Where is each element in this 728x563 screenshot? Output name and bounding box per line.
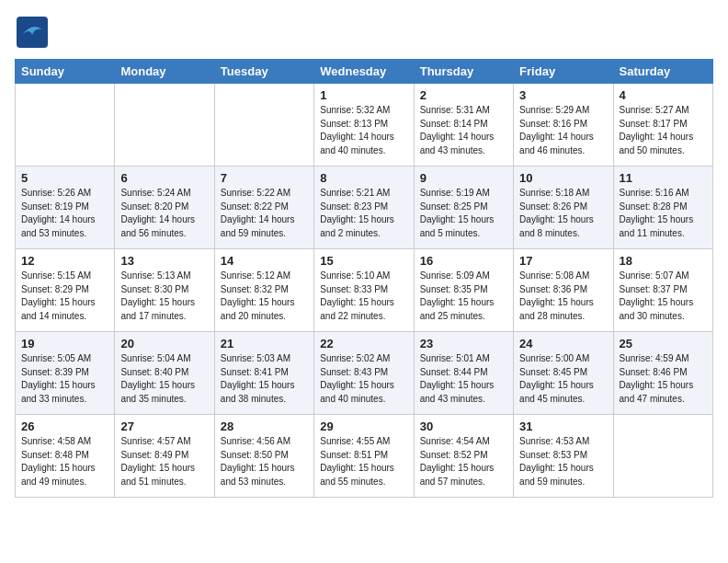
day-info: Sunrise: 4:59 AMSunset: 8:46 PMDaylight:… — [620, 352, 707, 406]
day-cell — [214, 84, 313, 167]
day-info: Sunrise: 4:55 AMSunset: 8:51 PMDaylight:… — [320, 435, 407, 488]
day-number: 29 — [320, 419, 407, 433]
day-info: Sunrise: 5:22 AMSunset: 8:22 PMDaylight:… — [221, 187, 308, 240]
day-number: 10 — [519, 171, 607, 185]
logo-icon — [15, 15, 50, 50]
day-cell — [16, 84, 115, 167]
day-info: Sunrise: 5:04 AMSunset: 8:40 PMDaylight:… — [120, 352, 208, 406]
day-cell: 8Sunrise: 5:21 AMSunset: 8:23 PMDaylight… — [314, 167, 414, 249]
day-cell: 19Sunrise: 5:05 AMSunset: 8:39 PMDayligh… — [16, 332, 115, 415]
day-cell: 25Sunrise: 4:59 AMSunset: 8:46 PMDayligh… — [613, 332, 712, 415]
day-number: 17 — [519, 254, 607, 268]
weekday-header-monday: Monday — [115, 60, 214, 84]
day-cell: 4Sunrise: 5:27 AMSunset: 8:17 PMDaylight… — [613, 84, 712, 167]
day-info: Sunrise: 5:09 AMSunset: 8:35 PMDaylight:… — [420, 270, 507, 323]
day-info: Sunrise: 5:02 AMSunset: 8:43 PMDaylight:… — [320, 352, 407, 406]
day-info: Sunrise: 5:03 AMSunset: 8:41 PMDaylight:… — [221, 352, 308, 406]
day-info: Sunrise: 5:18 AMSunset: 8:26 PMDaylight:… — [519, 187, 607, 240]
day-cell: 3Sunrise: 5:29 AMSunset: 8:16 PMDaylight… — [514, 84, 613, 167]
day-number: 21 — [221, 337, 308, 350]
day-cell: 20Sunrise: 5:04 AMSunset: 8:40 PMDayligh… — [115, 332, 214, 415]
calendar-table: SundayMondayTuesdayWednesdayThursdayFrid… — [15, 59, 713, 498]
day-info: Sunrise: 5:07 AMSunset: 8:37 PMDaylight:… — [620, 270, 707, 323]
day-number: 28 — [221, 419, 308, 433]
day-info: Sunrise: 5:32 AMSunset: 8:13 PMDaylight:… — [320, 104, 407, 157]
day-number: 26 — [21, 419, 108, 433]
day-number: 27 — [120, 419, 208, 433]
day-number: 18 — [620, 254, 707, 268]
weekday-header-wednesday: Wednesday — [314, 60, 414, 84]
logo — [15, 15, 53, 50]
day-cell: 11Sunrise: 5:16 AMSunset: 8:28 PMDayligh… — [613, 167, 712, 249]
day-number: 22 — [320, 337, 407, 350]
day-info: Sunrise: 4:58 AMSunset: 8:48 PMDaylight:… — [21, 435, 108, 488]
day-info: Sunrise: 5:26 AMSunset: 8:19 PMDaylight:… — [21, 187, 108, 240]
day-cell: 24Sunrise: 5:00 AMSunset: 8:45 PMDayligh… — [514, 332, 613, 415]
day-info: Sunrise: 5:16 AMSunset: 8:28 PMDaylight:… — [620, 187, 707, 240]
day-number: 25 — [620, 337, 707, 350]
day-cell: 14Sunrise: 5:12 AMSunset: 8:32 PMDayligh… — [214, 249, 313, 332]
day-info: Sunrise: 4:54 AMSunset: 8:52 PMDaylight:… — [420, 435, 507, 488]
day-cell: 18Sunrise: 5:07 AMSunset: 8:37 PMDayligh… — [613, 249, 712, 332]
weekday-header-row: SundayMondayTuesdayWednesdayThursdayFrid… — [16, 60, 713, 84]
day-cell: 13Sunrise: 5:13 AMSunset: 8:30 PMDayligh… — [115, 249, 214, 332]
weekday-header-thursday: Thursday — [414, 60, 513, 84]
day-number: 16 — [420, 254, 507, 268]
day-cell: 12Sunrise: 5:15 AMSunset: 8:29 PMDayligh… — [16, 249, 115, 332]
day-info: Sunrise: 5:00 AMSunset: 8:45 PMDaylight:… — [519, 352, 607, 406]
day-cell: 7Sunrise: 5:22 AMSunset: 8:22 PMDaylight… — [214, 167, 313, 249]
day-cell: 30Sunrise: 4:54 AMSunset: 8:52 PMDayligh… — [414, 415, 513, 498]
day-cell: 9Sunrise: 5:19 AMSunset: 8:25 PMDaylight… — [414, 167, 513, 249]
day-number: 13 — [120, 254, 208, 268]
day-number: 6 — [120, 171, 208, 185]
day-info: Sunrise: 5:01 AMSunset: 8:44 PMDaylight:… — [420, 352, 507, 406]
day-cell: 31Sunrise: 4:53 AMSunset: 8:53 PMDayligh… — [514, 415, 613, 498]
day-number: 15 — [320, 254, 407, 268]
day-info: Sunrise: 5:21 AMSunset: 8:23 PMDaylight:… — [320, 187, 407, 240]
day-info: Sunrise: 5:19 AMSunset: 8:25 PMDaylight:… — [420, 187, 507, 240]
day-cell: 1Sunrise: 5:32 AMSunset: 8:13 PMDaylight… — [314, 84, 414, 167]
day-info: Sunrise: 5:27 AMSunset: 8:17 PMDaylight:… — [620, 104, 707, 157]
day-info: Sunrise: 5:08 AMSunset: 8:36 PMDaylight:… — [519, 270, 607, 323]
day-number: 2 — [420, 88, 507, 102]
day-number: 12 — [21, 254, 108, 268]
week-row-2: 5Sunrise: 5:26 AMSunset: 8:19 PMDaylight… — [16, 167, 713, 249]
week-row-5: 26Sunrise: 4:58 AMSunset: 8:48 PMDayligh… — [16, 415, 713, 498]
day-number: 11 — [620, 171, 707, 185]
week-row-3: 12Sunrise: 5:15 AMSunset: 8:29 PMDayligh… — [16, 249, 713, 332]
day-cell: 28Sunrise: 4:56 AMSunset: 8:50 PMDayligh… — [214, 415, 313, 498]
day-info: Sunrise: 5:12 AMSunset: 8:32 PMDaylight:… — [221, 270, 308, 323]
day-info: Sunrise: 4:53 AMSunset: 8:53 PMDaylight:… — [519, 435, 607, 488]
day-number: 4 — [620, 88, 707, 102]
day-cell: 15Sunrise: 5:10 AMSunset: 8:33 PMDayligh… — [314, 249, 414, 332]
day-info: Sunrise: 4:57 AMSunset: 8:49 PMDaylight:… — [120, 435, 208, 488]
day-number: 14 — [221, 254, 308, 268]
day-cell: 16Sunrise: 5:09 AMSunset: 8:35 PMDayligh… — [414, 249, 513, 332]
week-row-4: 19Sunrise: 5:05 AMSunset: 8:39 PMDayligh… — [16, 332, 713, 415]
day-cell: 5Sunrise: 5:26 AMSunset: 8:19 PMDaylight… — [16, 167, 115, 249]
day-cell — [115, 84, 214, 167]
day-number: 31 — [519, 419, 607, 433]
day-number: 19 — [21, 337, 108, 350]
day-number: 7 — [221, 171, 308, 185]
day-cell: 23Sunrise: 5:01 AMSunset: 8:44 PMDayligh… — [414, 332, 513, 415]
day-cell: 26Sunrise: 4:58 AMSunset: 8:48 PMDayligh… — [16, 415, 115, 498]
day-number: 5 — [21, 171, 108, 185]
weekday-header-tuesday: Tuesday — [214, 60, 313, 84]
day-cell: 22Sunrise: 5:02 AMSunset: 8:43 PMDayligh… — [314, 332, 414, 415]
day-cell: 17Sunrise: 5:08 AMSunset: 8:36 PMDayligh… — [514, 249, 613, 332]
day-info: Sunrise: 5:24 AMSunset: 8:20 PMDaylight:… — [120, 187, 208, 240]
weekday-header-friday: Friday — [514, 60, 613, 84]
weekday-header-sunday: Sunday — [16, 60, 115, 84]
day-number: 20 — [120, 337, 208, 350]
day-info: Sunrise: 5:15 AMSunset: 8:29 PMDaylight:… — [21, 270, 108, 323]
week-row-1: 1Sunrise: 5:32 AMSunset: 8:13 PMDaylight… — [16, 84, 713, 167]
day-cell: 29Sunrise: 4:55 AMSunset: 8:51 PMDayligh… — [314, 415, 414, 498]
day-number: 24 — [519, 337, 607, 350]
day-info: Sunrise: 5:31 AMSunset: 8:14 PMDaylight:… — [420, 104, 507, 157]
day-info: Sunrise: 4:56 AMSunset: 8:50 PMDaylight:… — [221, 435, 308, 488]
day-number: 8 — [320, 171, 407, 185]
day-cell: 2Sunrise: 5:31 AMSunset: 8:14 PMDaylight… — [414, 84, 513, 167]
page-header — [15, 15, 713, 50]
day-info: Sunrise: 5:13 AMSunset: 8:30 PMDaylight:… — [120, 270, 208, 323]
